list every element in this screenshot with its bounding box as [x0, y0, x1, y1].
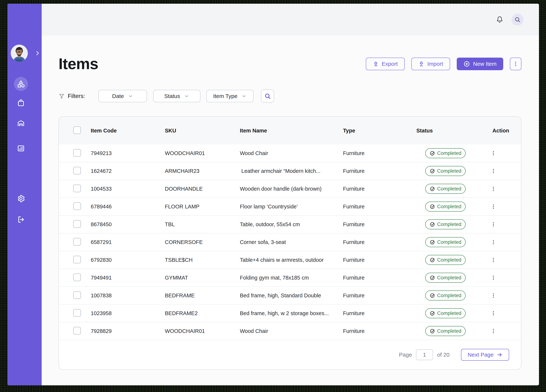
kebab-vertical-icon [513, 61, 519, 67]
page-number-input[interactable] [416, 349, 433, 360]
status-badge: Completed [425, 166, 466, 176]
row-checkbox[interactable] [73, 309, 81, 317]
topbar-search-button[interactable] [512, 14, 523, 26]
kebab-vertical-icon [490, 203, 497, 210]
check-circle-icon [429, 222, 435, 227]
cell-item-code: 6792830 [91, 257, 165, 263]
row-actions-button[interactable] [490, 274, 497, 281]
filter-status-dropdown[interactable]: Status [153, 90, 200, 102]
filter-date-dropdown[interactable]: Date [98, 90, 147, 102]
table-row: 7949213 WOODCHAIR01 Wood Chair Furniture… [59, 144, 521, 162]
sidebar-collapse-button[interactable] [34, 49, 41, 57]
filter-status-label: Status [164, 93, 180, 99]
row-checkbox[interactable] [73, 238, 81, 246]
cell-sku: ARMCHAIR23 [165, 168, 240, 174]
import-label: Import [427, 61, 443, 67]
sidebar-item-settings[interactable] [17, 194, 25, 203]
next-page-label: Next Page [468, 352, 494, 358]
chevron-right-icon [34, 50, 40, 56]
status-label: Completed [437, 150, 461, 156]
chevron-down-icon [241, 94, 247, 99]
table-row: 7928829 WOODCHAIR01 Wood Chair Furniture… [59, 322, 521, 340]
table-row: 6587291 CORNERSOFE Corner sofa, 3-seat F… [59, 233, 521, 251]
row-actions-button[interactable] [490, 328, 497, 334]
cell-item-code: 6789446 [91, 204, 165, 210]
row-checkbox[interactable] [73, 202, 81, 210]
next-page-button[interactable]: Next Page [461, 349, 509, 361]
row-checkbox[interactable] [73, 149, 81, 157]
row-actions-button[interactable] [490, 221, 497, 228]
check-circle-icon [429, 239, 435, 245]
row-actions-button[interactable] [490, 292, 497, 299]
cell-item-name: Wood Chair [240, 150, 343, 156]
kebab-vertical-icon [490, 328, 497, 334]
status-badge: Completed [425, 273, 466, 283]
sidebar-item-logout[interactable] [17, 215, 25, 224]
sidebar-item-warehouse[interactable] [17, 119, 25, 128]
cell-item-code: 1624672 [91, 168, 165, 174]
filters-bar: Filters: Date Status Item Type [58, 90, 521, 103]
row-actions-button[interactable] [490, 239, 497, 245]
plus-circle-icon [463, 61, 470, 67]
sidebar [7, 4, 42, 385]
filter-item-type-dropdown[interactable]: Item Type [206, 90, 254, 102]
sidebar-item-orders[interactable] [17, 98, 25, 107]
row-checkbox[interactable] [73, 274, 81, 281]
cell-sku: DOORHANDLE [165, 186, 240, 192]
cell-sku: CORNERSOFE [165, 239, 240, 245]
arrow-right-icon [497, 352, 502, 358]
import-button[interactable]: Import [411, 58, 450, 70]
notifications-button[interactable] [496, 16, 504, 24]
kebab-vertical-icon [490, 292, 497, 299]
filter-date-label: Date [112, 93, 124, 99]
upload-icon [373, 61, 379, 67]
cell-type: Furniture [343, 257, 416, 263]
export-label: Export [382, 61, 398, 67]
row-actions-button[interactable] [490, 150, 497, 156]
table-row: 1004533 DOORHANDLE Wooden door handle (d… [59, 180, 521, 198]
row-checkbox[interactable] [73, 184, 81, 192]
status-badge: Completed [425, 308, 466, 318]
row-actions-button[interactable] [490, 186, 497, 192]
status-label: Completed [437, 168, 461, 174]
status-label: Completed [437, 257, 461, 263]
check-circle-icon [429, 328, 435, 334]
row-checkbox[interactable] [73, 291, 81, 299]
column-header-status: Status [416, 128, 477, 134]
row-checkbox[interactable] [73, 220, 81, 228]
sidebar-item-items[interactable] [17, 80, 25, 88]
row-actions-button[interactable] [490, 310, 497, 316]
more-actions-button[interactable] [510, 58, 521, 70]
cell-sku: WOODCHAIR01 [165, 150, 240, 156]
export-button[interactable]: Export [366, 58, 405, 70]
filter-search-button[interactable] [261, 90, 274, 103]
check-circle-icon [429, 293, 435, 298]
avatar[interactable] [11, 45, 28, 62]
cell-item-name: Wood Chair [240, 328, 343, 334]
cell-item-name: Leather armchair “Modern kitch... [240, 168, 343, 174]
row-actions-button[interactable] [490, 203, 497, 210]
sidebar-item-reports[interactable] [17, 144, 25, 153]
main-area: Items Export [42, 4, 539, 385]
cell-type: Furniture [343, 168, 416, 174]
cell-item-name: Floor lamp ‘Countryside’ [240, 204, 343, 210]
row-actions-button[interactable] [490, 257, 497, 263]
kebab-vertical-icon [490, 168, 497, 174]
check-circle-icon [429, 257, 435, 263]
magnifier-icon [264, 93, 271, 100]
avatar-illustration [11, 45, 28, 62]
row-actions-button[interactable] [490, 168, 497, 174]
kebab-vertical-icon [490, 186, 497, 192]
bar-chart-icon [17, 144, 25, 153]
new-item-button[interactable]: New Item [457, 58, 503, 70]
cell-type: Furniture [343, 293, 416, 299]
row-checkbox[interactable] [73, 327, 81, 334]
status-label: Completed [437, 186, 461, 192]
screenshot-frame: Items Export [0, 0, 546, 392]
cell-sku: TBL [165, 221, 240, 228]
kebab-vertical-icon [490, 274, 497, 281]
row-checkbox[interactable] [73, 167, 81, 175]
page-header: Items Export [58, 55, 521, 73]
select-all-checkbox[interactable] [73, 126, 81, 134]
row-checkbox[interactable] [73, 256, 81, 263]
